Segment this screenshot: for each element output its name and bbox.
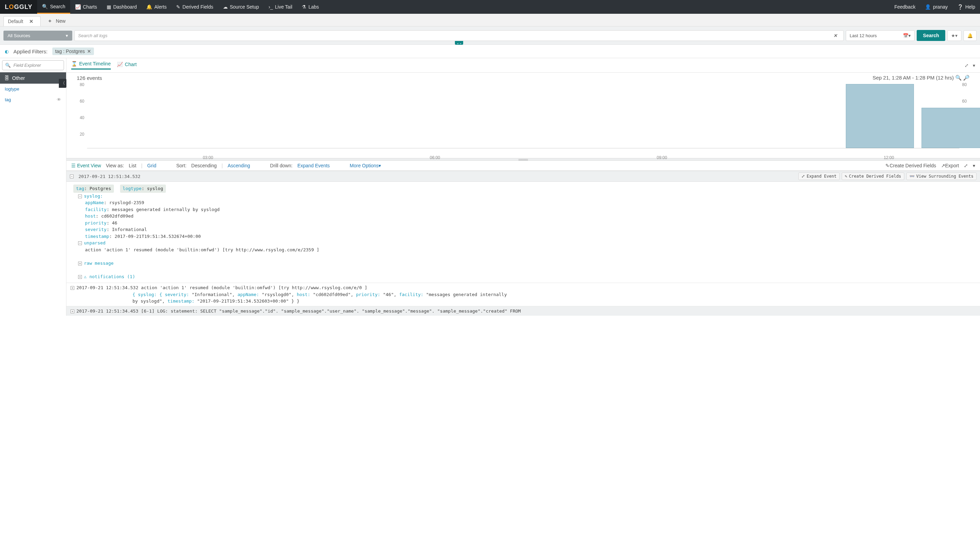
field-key[interactable]: timestamp [85,234,109,239]
sort-label: Sort: [176,163,186,168]
nav-user[interactable]: 👤pranay [920,0,953,14]
eye-icon: 👁 [57,97,61,102]
close-icon[interactable]: ✕ [27,19,36,24]
remove-chip-icon[interactable]: ✕ [87,49,91,54]
chart-icon: 📈 [75,4,81,10]
content: ⌛Event Timeline 📈Chart ⤢ ▾ 126 events Se… [67,58,980,316]
timeline-tabs: ⌛Event Timeline 📈Chart ⤢ ▾ [67,58,980,73]
help-icon: ❔ [957,4,963,10]
more-options[interactable]: More Options▾ [350,163,381,168]
nav-live-tail[interactable]: ›_Live Tail [264,0,297,14]
tab-default[interactable]: Default✕ [3,16,41,26]
notifications-key[interactable]: notifications (1) [89,274,135,279]
wand-icon: ✎ [176,4,180,10]
y-axis-left: 80604020 [75,82,84,148]
logo: LOGGLY [0,0,37,14]
zoom-reset-icon[interactable]: 🔎 [963,75,970,81]
nav-search[interactable]: 🔍Search [37,0,70,14]
event-row[interactable]: +2017-09-21 12:51:34.532 action 'action … [67,283,980,306]
export-button[interactable]: ↗Export [941,163,959,168]
collapse-icon[interactable]: − [78,194,82,198]
unparsed-key[interactable]: unparsed [84,240,106,245]
expand-icon[interactable]: + [78,275,82,279]
alert-bell-button[interactable]: 🔔 [964,30,977,41]
tab-new[interactable]: ＋New [43,16,70,26]
tab-chart[interactable]: 📈Chart [117,62,137,69]
nav-dashboard[interactable]: ▦Dashboard [102,0,142,14]
time-range-picker[interactable]: Last 12 hours📅▾ [846,30,915,41]
nav-alerts[interactable]: 🔔Alerts [142,0,171,14]
syslog-key[interactable]: syslog: [84,193,103,199]
event-tag-pill[interactable]: tag: Postgres [73,185,114,193]
nav-feedback[interactable]: Feedback [889,0,920,14]
menu-caret-icon[interactable]: ▾ [973,63,975,68]
applied-filters: ◐ Applied Filters: tag : Postgres✕ [0,45,980,58]
drive-icon: 🗄 [4,75,9,81]
field-value: 46 [112,220,117,226]
expand-events[interactable]: Expand Events [297,163,330,168]
user-icon: 👤 [925,4,931,10]
expand-icon[interactable]: + [70,286,74,290]
event-row-header: − 2017-09-21 12:51:34.532 ⤢ Expand Event… [67,171,980,182]
view-surrounding-button[interactable]: 👓 View Surrounding Events [906,172,977,180]
view-as-label: View as: [106,163,124,168]
search-bar: All Sources▾ Search all logs ✕ ⌄⌄ Last 1… [0,27,980,45]
sort-descending[interactable]: Descending [191,163,217,168]
create-derived-fields-button[interactable]: ✎ Create Derived Fields [842,172,904,180]
sidebar-link-tag[interactable]: tag👁 [0,94,66,105]
chart-bar[interactable] [921,108,980,148]
collapse-sidebar-button[interactable]: 〈 [59,79,67,88]
field-value: messages generated internally by syslogd [112,207,220,212]
zoom-out-icon[interactable]: 🔍 [955,75,962,81]
top-nav: LOGGLY 🔍Search 📈Charts ▦Dashboard 🔔Alert… [0,0,980,14]
search-input[interactable]: Search all logs ✕ ⌄⌄ [74,30,844,41]
field-key[interactable]: priority [85,220,107,226]
main: 🔍 Field Explorer 🗄Other logtype tag👁 〈 ⌛… [0,58,980,316]
expand-icon[interactable]: + [78,262,82,266]
fullscreen-icon[interactable]: ⤢ [964,163,968,168]
field-value: Informational [112,227,147,232]
filter-chip-tag[interactable]: tag : Postgres✕ [52,48,94,55]
sidebar-link-logtype[interactable]: logtype [0,84,66,94]
event-row[interactable]: +2017-09-21 12:51:34.453 [6-1] LOG: stat… [67,306,980,316]
sort-ascending[interactable]: Ascending [228,163,250,168]
collapse-icon[interactable]: − [70,175,74,178]
sources-dropdown[interactable]: All Sources▾ [3,31,72,41]
expand-down-icon[interactable]: ⌄⌄ [455,41,463,45]
field-explorer-input[interactable]: 🔍 Field Explorer [2,60,64,70]
fullscreen-icon[interactable]: ⤢ [964,63,969,68]
nav-source-setup[interactable]: ☁Source Setup [218,0,264,14]
raw-message-key[interactable]: raw message [84,261,113,266]
field-key[interactable]: appName [85,200,104,205]
chart-header: 126 events Sep 21, 1:28 AM - 1:28 PM (12… [67,73,980,81]
tab-event-timeline[interactable]: ⌛Event Timeline [71,61,111,70]
expand-event-button[interactable]: ⤢ Expand Event [798,172,840,180]
create-derived-fields[interactable]: ✎Create Derived Fields [885,163,936,168]
chart-plot-area[interactable] [87,82,959,148]
cloud-icon: ☁ [223,4,228,10]
field-key[interactable]: host [85,213,95,219]
search-placeholder: Search all logs [78,33,107,38]
event-timeline-chart[interactable]: 80604020 80604020 03:0006:0009:0012:00 [77,82,970,158]
field-key[interactable]: severity [85,227,107,232]
collapse-icon[interactable]: − [78,241,82,245]
search-button[interactable]: Search [917,30,945,41]
favorite-button[interactable]: ★▾ [947,30,961,41]
menu-caret-icon[interactable]: ▾ [973,163,975,168]
view-grid[interactable]: Grid [147,163,156,168]
field-value: 2017-09-21T19:51:34.532674+00:00 [115,234,200,239]
nav-labs[interactable]: ⚗Labs [297,0,323,14]
plus-icon: ＋ [48,18,52,24]
sidebar-section-other[interactable]: 🗄Other [0,72,66,84]
event-view-button[interactable]: ☰ Event View [71,163,101,168]
view-list[interactable]: List [129,163,136,168]
event-tag-pill[interactable]: logtype: syslog [120,185,166,193]
nav-help[interactable]: ❔Help [953,0,980,14]
nav-charts[interactable]: 📈Charts [70,0,102,14]
clear-search-icon[interactable]: ✕ [830,33,840,38]
nav-derived-fields[interactable]: ✎Derived Fields [171,0,218,14]
field-key[interactable]: facility [85,207,107,212]
expand-icon[interactable]: + [70,309,74,313]
chart-bar[interactable] [846,84,914,148]
x-tick: 09:00 [657,155,667,160]
